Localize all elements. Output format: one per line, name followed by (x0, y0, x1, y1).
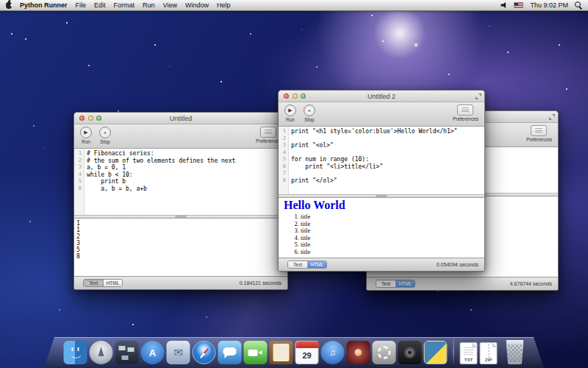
code-editor[interactable]: 1print "<h1 style='color:blue'>Hello Wor… (279, 127, 484, 194)
messages-icon[interactable] (218, 341, 242, 364)
stop-button[interactable]: ■ Stop (304, 105, 315, 122)
zip-label: ZIP (481, 343, 497, 364)
stop-icon: ■ (304, 105, 315, 116)
status-bar: Text HTML 0.054094 seconds (279, 258, 484, 271)
run-button[interactable]: ▶ Run (80, 127, 92, 144)
stop-button[interactable]: ■ Stop (99, 127, 111, 144)
zip-document-icon[interactable]: ZIP (480, 342, 498, 364)
zoom-button[interactable] (301, 93, 306, 99)
preferences-label: Preferences (526, 137, 552, 142)
volume-icon[interactable] (501, 2, 507, 8)
finder-icon[interactable] (64, 341, 87, 364)
status-bar: Text HTML 0.184121 seconds (74, 276, 287, 289)
code-editor[interactable]: 1# Fibonacci series: 2# the sum of two e… (74, 149, 287, 215)
menu-help[interactable]: Help (217, 1, 231, 9)
code-line (288, 135, 291, 143)
menu-view[interactable]: View (163, 1, 177, 9)
preferences-button[interactable]: Preferences (453, 105, 478, 121)
fullscreen-icon[interactable] (549, 114, 555, 120)
dvd-player-icon[interactable] (398, 341, 422, 364)
minimize-button[interactable] (88, 116, 93, 121)
calendar-icon[interactable]: 29 (295, 341, 319, 364)
output-line: 8 (76, 253, 287, 260)
launchpad-icon[interactable] (90, 341, 113, 364)
code-line: print "</ol>" (288, 177, 337, 185)
toolbar: ▶ Run ■ Stop Preferences (74, 124, 287, 149)
photo-booth-icon[interactable] (347, 341, 370, 364)
line-number: 1 (74, 150, 84, 158)
close-button[interactable] (284, 93, 289, 99)
zoom-button[interactable] (96, 116, 101, 121)
list-item: title (301, 235, 480, 242)
itunes-icon[interactable]: ♫ (321, 341, 345, 364)
fullscreen-icon[interactable] (476, 93, 481, 99)
segment-text[interactable]: Text (288, 261, 307, 268)
txt-document-icon[interactable]: TXT (460, 342, 478, 364)
code-line: # Fibonacci series: (84, 150, 154, 158)
stop-label: Stop (304, 117, 314, 122)
run-button[interactable]: ▶ Run (284, 105, 296, 122)
segment-html[interactable]: HTML (103, 280, 122, 286)
menu-format[interactable]: Format (114, 1, 135, 9)
safari-icon[interactable] (193, 341, 216, 364)
window-titlebar[interactable]: Untitled (74, 113, 287, 124)
window-untitled: Untitled ▶ Run ■ Stop Preferences 1# Fib… (74, 112, 288, 290)
run-time: 4.676744 seconds (510, 281, 552, 286)
segment-html[interactable]: HTML (307, 261, 326, 268)
dock: A ✉ 29 ♫ TXT ZIP (0, 330, 588, 368)
menu-file[interactable]: File (76, 1, 87, 9)
app-menu[interactable]: Python Runner (20, 1, 68, 9)
close-button[interactable] (79, 116, 85, 121)
output-line: 5 (76, 247, 287, 253)
spotlight-icon[interactable] (575, 1, 582, 9)
list-item: title (301, 249, 480, 256)
list-item: title (301, 227, 480, 235)
list-item: title (301, 213, 480, 221)
window-untitled-2: Untitled 2 ▶ Run ■ Stop Preferences 1pri… (278, 90, 485, 272)
trash-icon[interactable] (506, 340, 525, 364)
menu-run[interactable]: Run (143, 1, 155, 9)
menu-window[interactable]: Window (185, 1, 209, 9)
line-number: 7 (279, 170, 288, 177)
preferences-button[interactable]: Preferences (526, 125, 552, 142)
segment-text[interactable]: Text (376, 280, 395, 287)
preferences-label: Preferences (453, 116, 478, 121)
code-line: print "<ol>" (288, 142, 334, 149)
stop-icon: ■ (99, 127, 111, 138)
stop-label: Stop (100, 139, 110, 144)
line-number: 6 (279, 163, 288, 171)
output-line: 1 (76, 227, 287, 233)
rendered-ordered-list: title title title title title title (283, 213, 480, 255)
contacts-icon[interactable] (270, 341, 293, 364)
preferences-icon (260, 127, 276, 138)
apple-menu-icon[interactable] (6, 2, 12, 9)
music-note-glyph: ♫ (321, 341, 345, 364)
output-pane: 1 1 2 3 5 8 (74, 219, 287, 276)
toolbar: ▶ Run ■ Stop Preferences (279, 102, 484, 127)
minimize-button[interactable] (293, 93, 298, 99)
code-line: print "<h1 style='color:blue'>Hello Worl… (288, 128, 457, 135)
input-flag-icon[interactable] (514, 2, 523, 8)
line-number: 4 (279, 149, 288, 157)
menu-edit[interactable]: Edit (94, 1, 106, 9)
segment-text[interactable]: Text (84, 280, 103, 286)
line-number: 1 (279, 128, 288, 135)
run-label: Run (286, 117, 295, 122)
line-number: 3 (279, 142, 288, 149)
python-runner-icon[interactable] (424, 341, 448, 364)
txt-label: TXT (461, 343, 477, 364)
code-line: a, b = 0, 1 (84, 164, 126, 171)
menu-bar-clock[interactable]: Thu 9:02 PM (530, 1, 568, 9)
mail-icon[interactable]: ✉ (167, 341, 190, 364)
mission-control-icon[interactable] (115, 341, 139, 364)
system-preferences-icon[interactable] (373, 341, 396, 364)
facetime-icon[interactable] (244, 341, 268, 364)
line-number: 6 (74, 185, 84, 193)
code-line: print b (84, 178, 126, 185)
run-label: Run (82, 139, 90, 144)
window-titlebar[interactable]: Untitled 2 (279, 91, 484, 102)
traffic-lights (284, 93, 306, 99)
app-store-icon[interactable]: A (141, 341, 165, 364)
segment-html[interactable]: HTML (395, 280, 415, 287)
line-number: 5 (74, 178, 84, 185)
